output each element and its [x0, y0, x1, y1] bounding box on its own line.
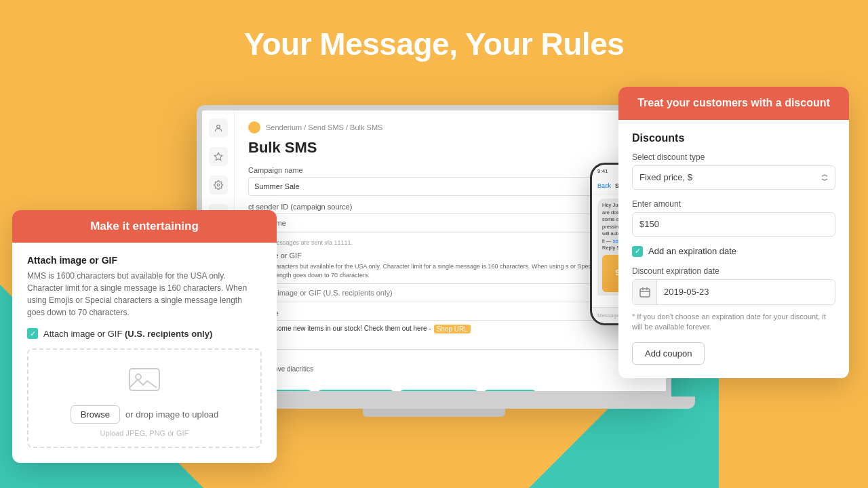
hero-title: Your Message, Your Rules [0, 0, 868, 62]
card-discount-body: Discounts Select discount type Fixed pri… [618, 120, 849, 378]
card-entertain: Make it entertaining Attach image or GIF… [12, 210, 277, 463]
format-hint: Upload JPEG, PNG or GIF [39, 429, 250, 437]
variables-list: ustomer First Name Customer Second Name … [248, 390, 652, 391]
entertain-section-title: Attach image or GIF [27, 255, 262, 266]
amount-input[interactable] [632, 212, 835, 237]
discount-note: * If you don't choose an expiration date… [632, 312, 835, 333]
expiration-checkbox-label: Add an expiration date [648, 246, 736, 256]
var-tag-3[interactable]: Customer Phone Number [399, 390, 479, 391]
sidebar-settings-icon [209, 176, 228, 195]
svg-point-2 [217, 184, 220, 186]
add-coupon-button[interactable]: Add coupon [632, 342, 705, 365]
char-count: 17/25 [248, 354, 652, 361]
phone-back-button[interactable]: Back [597, 182, 611, 189]
svg-rect-5 [640, 289, 650, 297]
expiration-date-value: 2019-05-23 [657, 280, 835, 304]
expiration-date-input-wrap: 2019-05-23 [632, 279, 835, 305]
phone-time: 9:41 [597, 168, 608, 174]
attach-checkbox-row: ✓ Attach image or GIF (U.S. recipients o… [27, 328, 262, 339]
breadcrumb-logo [248, 121, 260, 134]
breadcrumb-text: Senderium / Send SMS / Bulk SMS [266, 123, 382, 131]
expiration-checkbox[interactable]: ✓ [632, 246, 643, 257]
screen-breadcrumb: Senderium / Send SMS / Bulk SMS [248, 121, 652, 134]
discount-type-select[interactable]: Fixed price, $ Percentage, % [632, 165, 835, 190]
upload-area: Browse or drop image to upload Upload JP… [27, 348, 262, 448]
shop-url-tag: Shop URL [434, 325, 471, 333]
calendar-icon [633, 280, 657, 304]
svg-point-4 [136, 374, 141, 380]
expiration-date-label: Discount expiration date [632, 266, 835, 276]
svg-point-0 [216, 125, 220, 128]
upload-btn-row: Browse or drop image to upload [39, 405, 250, 424]
attach-checkbox[interactable]: ✓ [27, 328, 38, 339]
variables-label: variables: [248, 380, 652, 387]
entertain-section-desc: MMS is 1600 characters but available for… [27, 270, 262, 319]
card-entertain-header: Make it entertaining [12, 210, 277, 243]
browse-button[interactable]: Browse [71, 405, 120, 424]
var-tag-4[interactable]: Customer Email [483, 390, 537, 391]
amount-label: Enter amount [632, 199, 835, 209]
upload-image-icon [127, 362, 162, 397]
discount-type-label: Select discount type [632, 152, 835, 162]
laptop-stand [363, 409, 505, 417]
expiration-checkbox-row: ✓ Add an expiration date [632, 246, 835, 257]
card-discount: Treat your customers with a discount Dis… [618, 87, 849, 378]
sidebar-user-icon [209, 119, 228, 138]
var-tag-2[interactable]: Customer Second Name [317, 390, 395, 391]
card-discount-header: Treat your customers with a discount [618, 87, 849, 120]
sidebar-star-icon [209, 147, 228, 166]
card-entertain-body: Attach image or GIF MMS is 1600 characte… [12, 243, 277, 463]
drop-text: or drop image to upload [125, 409, 218, 420]
discount-select-wrap: Fixed price, $ Percentage, % [632, 165, 835, 190]
attach-checkbox-label: Attach image or GIF (U.S. recipients onl… [43, 329, 212, 339]
screen-page-title: Bulk SMS [248, 139, 652, 157]
svg-marker-1 [214, 152, 222, 160]
discount-section-title: Discounts [632, 132, 835, 144]
remove-diacritics-row: Remove diacritics [248, 365, 652, 373]
message-textarea[interactable]: ve got some new items in our stock! Chec… [248, 320, 652, 350]
